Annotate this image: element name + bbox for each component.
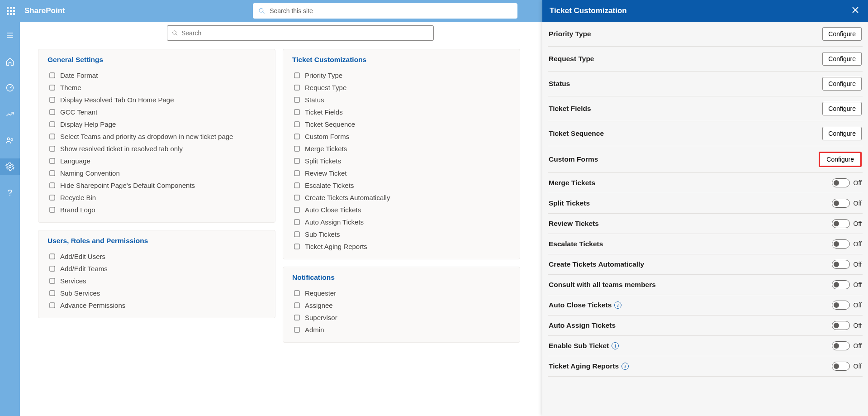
item-icon (293, 109, 300, 116)
item-icon (293, 194, 300, 201)
settings-search-input[interactable] (181, 29, 429, 37)
general-item[interactable]: Select Teams and priority as dropdown in… (42, 130, 271, 143)
rail-menu-icon[interactable] (0, 27, 20, 43)
ticket-item[interactable]: Auto Close Tickets (287, 204, 516, 216)
ticket-item[interactable]: Merge Tickets (287, 143, 516, 155)
general-item[interactable]: Display Help Page (42, 118, 271, 130)
ticket-item[interactable]: Sub Tickets (287, 228, 516, 240)
item-icon (293, 182, 300, 189)
card-general-settings: General Settings Date FormatThemeDisplay… (38, 49, 275, 223)
ticket-item[interactable]: Status (287, 94, 516, 106)
panel-config-row: Ticket SequenceConfigure (548, 121, 863, 146)
users-item[interactable]: Services (42, 275, 271, 287)
ticket-item[interactable]: Auto Assign Tickets (287, 216, 516, 228)
ticket-item[interactable]: Custom Forms (287, 130, 516, 143)
card-title: Notifications (283, 267, 520, 285)
info-icon[interactable]: i (612, 342, 619, 349)
close-icon[interactable] (852, 6, 861, 15)
item-icon (293, 158, 300, 165)
row-label: Ticket Aging Reports i (549, 362, 629, 370)
item-icon (293, 243, 300, 250)
users-item[interactable]: Add/Edit Users (42, 250, 271, 263)
row-label: Request Type (549, 55, 594, 63)
toggle-switch[interactable] (832, 362, 850, 371)
item-label: Naming Convention (60, 169, 120, 177)
svg-rect-51 (294, 244, 299, 249)
item-icon (48, 253, 56, 260)
ticket-item[interactable]: Create Tickets Automatically (287, 191, 516, 204)
general-item[interactable]: GCC Tenant (42, 106, 271, 118)
item-icon (293, 72, 300, 79)
ticket-item[interactable]: Ticket Fields (287, 106, 516, 118)
toggle-switch[interactable] (832, 321, 850, 330)
configure-button[interactable]: Configure (822, 102, 862, 115)
site-search[interactable] (253, 3, 517, 19)
rail-help-icon[interactable]: ? (0, 185, 20, 201)
configure-button[interactable]: Configure (822, 27, 862, 41)
general-item[interactable]: Brand Logo (42, 204, 271, 216)
info-icon[interactable]: i (614, 301, 621, 309)
toggle-switch[interactable] (832, 178, 850, 187)
ticket-item[interactable]: Review Ticket (287, 167, 516, 179)
notifications-item[interactable]: Supervisor (287, 311, 516, 324)
toggle-state-label: Off (854, 220, 862, 227)
general-item[interactable]: Show resolved ticket in resolved tab onl… (42, 143, 271, 155)
notifications-item[interactable]: Admin (287, 324, 516, 336)
search-icon (258, 7, 265, 14)
item-label: Ticket Aging Reports (305, 243, 367, 250)
info-icon[interactable]: i (621, 363, 629, 370)
toggle-switch[interactable] (832, 219, 850, 228)
toggle-switch[interactable] (832, 301, 850, 310)
toggle-state-label: Off (854, 281, 862, 288)
row-label: Split Tickets (549, 199, 590, 207)
rail-reports-icon[interactable] (0, 106, 20, 122)
rail-settings-icon[interactable] (0, 158, 20, 175)
toggle-state-label: Off (854, 240, 862, 248)
general-item[interactable]: Recycle Bin (42, 191, 271, 204)
ticket-item[interactable]: Ticket Sequence (287, 118, 516, 130)
site-search-input[interactable] (270, 7, 512, 14)
rail-dashboard-icon[interactable] (0, 80, 20, 96)
item-icon (48, 206, 56, 214)
rail-home-icon[interactable] (0, 53, 20, 70)
general-item[interactable]: Display Resolved Tab On Home Page (42, 94, 271, 106)
configure-button[interactable]: Configure (822, 127, 862, 140)
general-item[interactable]: Theme (42, 81, 271, 94)
row-label: Consult with all teams members (549, 281, 656, 289)
panel-toggle-row: Merge TicketsOff (548, 173, 863, 193)
users-item[interactable]: Add/Edit Teams (42, 263, 271, 275)
svg-rect-24 (49, 122, 54, 127)
toggle-switch[interactable] (832, 260, 850, 269)
settings-search[interactable] (167, 25, 434, 41)
notifications-item[interactable]: Requester (287, 287, 516, 299)
general-item[interactable]: Naming Convention (42, 167, 271, 179)
row-label: Ticket Fields (549, 105, 591, 113)
card-notifications: Notifications RequesterAssigneeSuperviso… (283, 267, 520, 343)
toggle-switch[interactable] (832, 280, 850, 289)
configure-button[interactable]: Configure (822, 52, 862, 66)
ticket-item[interactable]: Escalate Tickets (287, 179, 516, 191)
toggle-switch[interactable] (832, 199, 850, 208)
svg-rect-7 (10, 13, 12, 15)
users-item[interactable]: Sub Services (42, 287, 271, 299)
notifications-item[interactable]: Assignee (287, 299, 516, 311)
toggle-switch[interactable] (832, 239, 850, 249)
users-item[interactable]: Advance Permissions (42, 299, 271, 311)
ticket-item[interactable]: Ticket Aging Reports (287, 240, 516, 253)
card-title: Users, Roles and Permissions (38, 230, 275, 249)
svg-rect-47 (294, 195, 299, 200)
item-icon (48, 194, 56, 201)
item-label: Auto Assign Tickets (305, 218, 364, 226)
ticket-item[interactable]: Priority Type (287, 69, 516, 81)
rail-users-icon[interactable] (0, 132, 20, 148)
app-launcher-icon[interactable] (0, 0, 22, 22)
ticket-item[interactable]: Split Tickets (287, 155, 516, 167)
svg-point-18 (172, 31, 176, 34)
configure-button[interactable]: Configure (822, 77, 862, 91)
general-item[interactable]: Date Format (42, 69, 271, 81)
ticket-item[interactable]: Request Type (287, 81, 516, 94)
configure-button[interactable]: Configure (819, 152, 862, 167)
general-item[interactable]: Language (42, 155, 271, 167)
toggle-switch[interactable] (832, 341, 850, 350)
general-item[interactable]: Hide Sharepoint Page's Default Component… (42, 179, 271, 191)
